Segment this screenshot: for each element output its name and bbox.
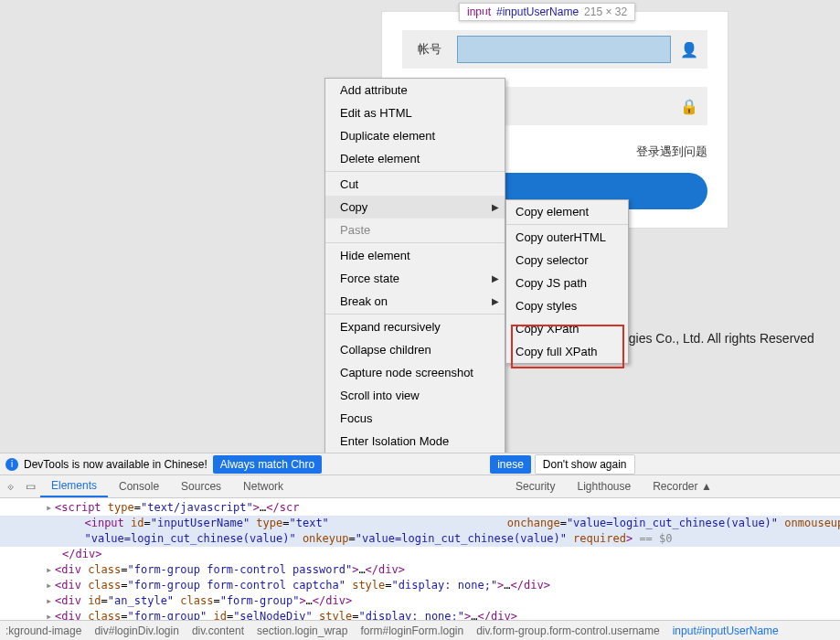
- devtools-info-bar: i DevTools is now available in Chinese! …: [0, 453, 840, 475]
- dom-line[interactable]: ▸<div class="form-group form-control cap…: [0, 578, 840, 593]
- ctx-force-label: Force state: [340, 272, 399, 285]
- crumb[interactable]: :kground-image: [5, 624, 81, 637]
- tooltip-dims: 215 × 32: [584, 5, 627, 18]
- element-tooltip: input#inputUserName 215 × 32: [459, 3, 635, 21]
- dom-line[interactable]: ▸<div class="form-group form-control pas…: [0, 562, 840, 578]
- chevron-right-icon: ▶: [492, 296, 499, 306]
- tab-recorder[interactable]: Recorder ▲: [642, 475, 723, 497]
- inspect-icon[interactable]: ⟐: [0, 480, 20, 493]
- tab-sources[interactable]: Sources: [170, 475, 232, 497]
- dom-line-selected[interactable]: "value=login_cut_chinese(value)" onkeyup…: [0, 531, 840, 547]
- always-match-button[interactable]: Always match Chro: [213, 455, 322, 474]
- tab-console[interactable]: Console: [108, 475, 170, 497]
- sub-copy-selector[interactable]: Copy selector: [506, 249, 628, 272]
- annotation-highlight: [511, 325, 624, 368]
- dom-line[interactable]: ▸<script type="text/javascript">…</scr: [0, 500, 840, 516]
- ctx-hide[interactable]: Hide element: [325, 244, 505, 267]
- tab-lighthouse[interactable]: Lighthouse: [566, 475, 642, 497]
- dom-line[interactable]: </div>: [0, 547, 840, 562]
- devtools-tab-bar: ⟐ ▭ Elements Console Sources Network Sec…: [0, 475, 840, 498]
- ctx-capture-screenshot[interactable]: Capture node screenshot: [325, 361, 505, 384]
- crumb-active[interactable]: input#inputUserName: [673, 624, 779, 637]
- tab-security[interactable]: Security: [505, 475, 566, 497]
- ctx-scroll-into-view[interactable]: Scroll into view: [325, 384, 505, 407]
- ctx-edit-html[interactable]: Edit as HTML: [325, 101, 505, 124]
- footer-copyright: ogies Co., Ltd. All rights Reserved: [622, 331, 814, 346]
- ctx-focus[interactable]: Focus: [325, 407, 505, 430]
- ctx-duplicate[interactable]: Duplicate element: [325, 124, 505, 147]
- crumb[interactable]: section.login_wrap: [257, 624, 347, 637]
- ctx-collapse[interactable]: Collapse children: [325, 338, 505, 361]
- sub-copy-element[interactable]: Copy element: [506, 200, 628, 223]
- username-input[interactable]: [457, 36, 671, 63]
- ctx-copy[interactable]: Copy▶: [325, 196, 505, 219]
- dom-line-selected[interactable]: <input id="inputUserName" type="text"onc…: [0, 516, 840, 531]
- tooltip-tag: input: [467, 5, 491, 18]
- crumb[interactable]: div.content: [192, 624, 244, 637]
- sub-copy-js-path[interactable]: Copy JS path: [506, 272, 628, 294]
- crumb[interactable]: div#loginDiv.login: [94, 624, 179, 637]
- user-icon: 👤: [680, 41, 698, 59]
- crumb[interactable]: form#loginForm.login: [360, 624, 463, 637]
- username-label: 帐号: [402, 41, 457, 58]
- device-icon[interactable]: ▭: [20, 480, 40, 493]
- lock-icon: 🔒: [680, 98, 698, 115]
- dom-tree-panel[interactable]: ▸<script type="text/javascript">…</scr <…: [0, 498, 840, 626]
- sub-copy-outerhtml[interactable]: Copy outerHTML: [506, 226, 628, 249]
- ctx-expand[interactable]: Expand recursively: [325, 315, 505, 338]
- tooltip-id: #inputUserName: [496, 5, 579, 18]
- chevron-right-icon: ▶: [492, 202, 499, 212]
- crumb[interactable]: div.form-group.form-control.username: [476, 624, 660, 637]
- ctx-separator: [325, 314, 505, 315]
- ctx-cut[interactable]: Cut: [325, 173, 505, 196]
- tab-gap: [294, 475, 505, 497]
- ctx-force-state[interactable]: Force state▶: [325, 267, 505, 290]
- ctx-separator: [325, 171, 505, 172]
- tab-elements[interactable]: Elements: [40, 475, 108, 497]
- chevron-right-icon: ▶: [492, 273, 499, 283]
- dom-breadcrumbs: :kground-image div#loginDiv.login div.co…: [0, 620, 840, 640]
- username-row: 帐号 👤: [402, 30, 707, 69]
- sub-copy-styles[interactable]: Copy styles: [506, 294, 628, 317]
- ctx-separator: [325, 242, 505, 243]
- switch-language-button[interactable]: inese: [490, 455, 531, 474]
- ctx-isolation[interactable]: Enter Isolation Mode: [325, 430, 505, 453]
- info-icon: i: [5, 458, 18, 471]
- dom-line[interactable]: ▸<div id="an_style" class="form-group">……: [0, 593, 840, 609]
- ctx-delete[interactable]: Delete element: [325, 147, 505, 170]
- ctx-break-on[interactable]: Break on▶: [325, 290, 505, 313]
- ctx-break-label: Break on: [340, 294, 388, 308]
- ctx-copy-label: Copy: [340, 200, 367, 214]
- info-message: DevTools is now available in Chinese!: [24, 458, 207, 471]
- ctx-add-attribute[interactable]: Add attribute: [325, 79, 505, 101]
- dont-show-again-button[interactable]: Don't show again: [535, 454, 635, 475]
- context-menu: Add attribute Edit as HTML Duplicate ele…: [324, 78, 505, 502]
- ctx-separator: [506, 224, 628, 225]
- tab-network[interactable]: Network: [232, 475, 294, 497]
- ctx-paste: Paste: [325, 219, 505, 241]
